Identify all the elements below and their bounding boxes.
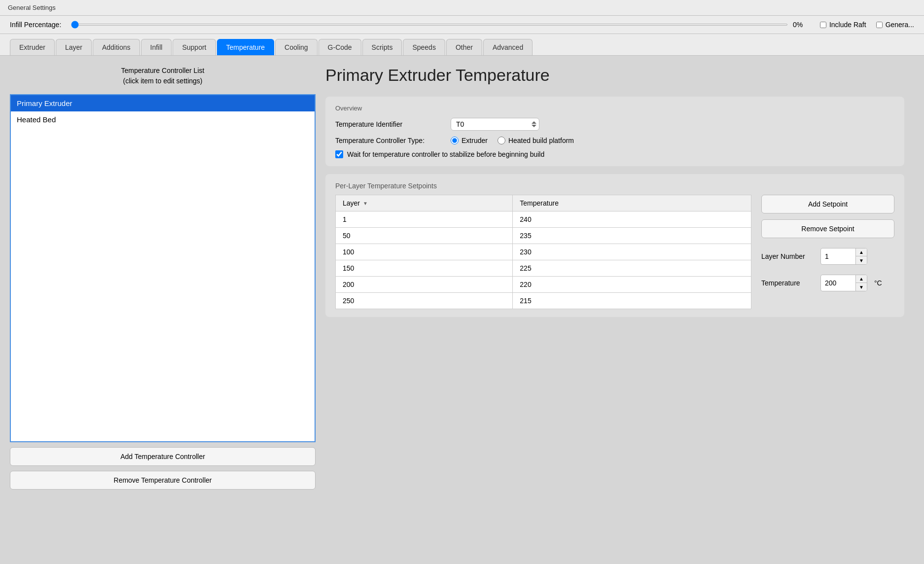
tab-bar: Extruder Layer Additions Infill Support … [0, 34, 924, 56]
tab-layer[interactable]: Layer [56, 39, 92, 55]
remove-setpoint-button[interactable]: Remove Setpoint [761, 219, 894, 238]
layer-number-down[interactable]: ▼ [856, 256, 867, 264]
right-panel: Primary Extruder Temperature Overview Te… [316, 66, 914, 490]
setpoints-table-wrap: Layer ▼ Temperature 12405023510023015022… [335, 195, 751, 309]
tab-support[interactable]: Support [173, 39, 215, 55]
temperature-stepper: ▲ ▼ [855, 275, 867, 291]
layer-number-input-group: ▲ ▼ [820, 248, 867, 265]
radio-extruder[interactable]: Extruder [451, 137, 488, 144]
tab-cooling[interactable]: Cooling [275, 39, 317, 55]
tab-gcode[interactable]: G-Code [319, 39, 361, 55]
overview-box: Overview Temperature Identifier T0 Tempe… [325, 97, 904, 166]
main-content: Temperature Controller List (click item … [0, 56, 924, 499]
section-title: Primary Extruder Temperature [325, 66, 904, 85]
tab-additions[interactable]: Additions [93, 39, 140, 55]
layer-header-content: Layer ▼ [343, 199, 505, 207]
include-raft-checkbox[interactable] [820, 22, 826, 28]
temperature-field-label: Temperature [761, 279, 816, 287]
setpoints-label: Per-Layer Temperature Setpoints [335, 182, 894, 190]
overview-label: Overview [335, 105, 894, 112]
setpoints-section: Per-Layer Temperature Setpoints Layer ▼ [325, 174, 904, 317]
table-header-row: Layer ▼ Temperature [336, 195, 751, 212]
cell-layer: 250 [336, 293, 513, 309]
temperature-down[interactable]: ▼ [856, 283, 867, 291]
top-bar: Infill Percentage: 0% Include Raft Gener… [0, 16, 924, 34]
temperature-unit: °C [874, 279, 882, 287]
temperature-identifier-row: Temperature Identifier T0 [335, 118, 894, 131]
layer-number-up[interactable]: ▲ [856, 248, 867, 256]
col-temperature: Temperature [513, 195, 751, 212]
layer-header-label: Layer [343, 199, 360, 207]
radio-extruder-label: Extruder [462, 137, 488, 144]
controller-list: Primary Extruder Heated Bed [10, 94, 316, 442]
sort-icon: ▼ [363, 201, 368, 206]
infill-slider[interactable] [71, 24, 788, 26]
list-item-primary-extruder[interactable]: Primary Extruder [11, 95, 315, 111]
temperature-controller-type-row: Temperature Controller Type: Extruder He… [335, 137, 894, 144]
radio-group: Extruder Heated build platform [451, 137, 574, 144]
cell-temperature: 240 [513, 212, 751, 228]
include-raft-group: Include Raft [820, 21, 866, 29]
tab-advanced[interactable]: Advanced [483, 39, 533, 55]
cell-temperature: 220 [513, 277, 751, 293]
tab-speeds[interactable]: Speeds [403, 39, 445, 55]
cell-temperature: 230 [513, 244, 751, 260]
cell-layer: 1 [336, 212, 513, 228]
setpoints-content: Layer ▼ Temperature 12405023510023015022… [335, 195, 894, 309]
tab-extruder[interactable]: Extruder [10, 39, 55, 55]
title-bar-text: General Settings [8, 4, 56, 11]
list-header: Temperature Controller List (click item … [10, 66, 316, 86]
temperature-identifier-label: Temperature Identifier [335, 120, 444, 128]
table-row[interactable]: 100230 [336, 244, 751, 260]
infill-slider-container: 0% [71, 21, 810, 29]
radio-heated-platform[interactable]: Heated build platform [498, 137, 574, 144]
tab-infill[interactable]: Infill [141, 39, 172, 55]
table-row[interactable]: 200220 [336, 277, 751, 293]
add-temperature-controller-button[interactable]: Add Temperature Controller [10, 447, 316, 466]
setpoints-table: Layer ▼ Temperature 12405023510023015022… [335, 195, 751, 309]
temperature-up[interactable]: ▲ [856, 275, 867, 283]
list-header-line1: Temperature Controller List [10, 66, 316, 76]
table-row[interactable]: 1240 [336, 212, 751, 228]
setpoints-controls: Add Setpoint Remove Setpoint Layer Numbe… [761, 195, 894, 291]
temperature-input-group: ▲ ▼ [820, 275, 867, 291]
wait-checkbox[interactable] [335, 150, 343, 158]
add-setpoint-button[interactable]: Add Setpoint [761, 195, 894, 213]
temperature-input[interactable] [821, 277, 855, 289]
infill-label: Infill Percentage: [10, 21, 61, 29]
table-row[interactable]: 250215 [336, 293, 751, 309]
cell-layer: 200 [336, 277, 513, 293]
include-raft-label: Include Raft [829, 21, 866, 29]
list-item-heated-bed[interactable]: Heated Bed [11, 111, 315, 128]
temperature-identifier-select-wrapper: T0 [451, 118, 539, 131]
left-panel: Temperature Controller List (click item … [10, 66, 316, 490]
wait-checkbox-label: Wait for temperature controller to stabi… [347, 150, 544, 158]
layer-number-input[interactable] [821, 250, 855, 262]
wait-checkbox-row: Wait for temperature controller to stabi… [335, 150, 894, 158]
layer-number-stepper: ▲ ▼ [855, 248, 867, 264]
col-layer: Layer ▼ [336, 195, 513, 212]
cell-layer: 100 [336, 244, 513, 260]
radio-heated-platform-input[interactable] [498, 137, 505, 144]
tab-scripts[interactable]: Scripts [362, 39, 402, 55]
temperature-identifier-select[interactable]: T0 [451, 118, 539, 131]
cell-layer: 150 [336, 260, 513, 277]
radio-heated-platform-label: Heated build platform [508, 137, 574, 144]
layer-number-field: Layer Number ▲ ▼ [761, 248, 894, 265]
tab-temperature[interactable]: Temperature [217, 39, 275, 55]
infill-percent: 0% [793, 21, 810, 29]
cell-temperature: 225 [513, 260, 751, 277]
generate-support-group: Genera... [876, 21, 914, 29]
cell-temperature: 235 [513, 228, 751, 244]
title-bar: General Settings [0, 0, 924, 16]
generate-support-checkbox[interactable] [876, 22, 883, 28]
tab-other[interactable]: Other [446, 39, 482, 55]
temperature-controller-type-label: Temperature Controller Type: [335, 137, 444, 144]
cell-temperature: 215 [513, 293, 751, 309]
remove-temperature-controller-button[interactable]: Remove Temperature Controller [10, 471, 316, 490]
cell-layer: 50 [336, 228, 513, 244]
radio-extruder-input[interactable] [451, 137, 459, 144]
table-row[interactable]: 50235 [336, 228, 751, 244]
table-row[interactable]: 150225 [336, 260, 751, 277]
layer-number-label: Layer Number [761, 252, 816, 260]
